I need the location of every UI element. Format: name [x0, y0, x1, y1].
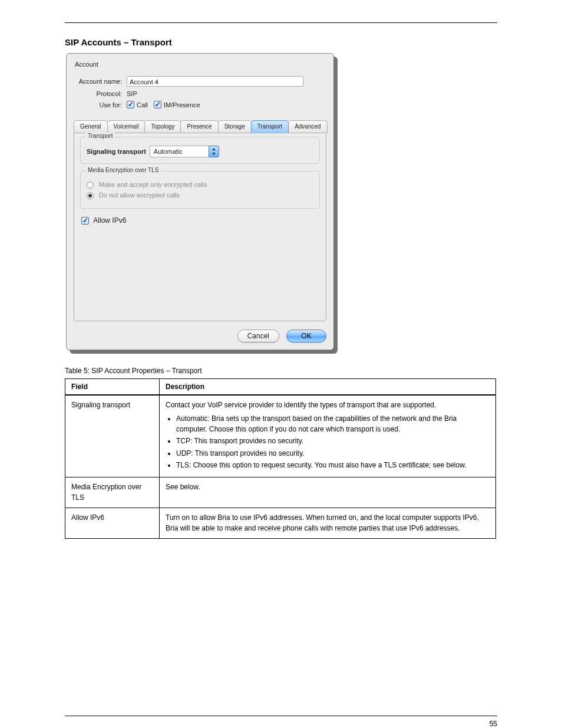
tab-body-transport: Transport Signaling transport Automatic … [74, 133, 326, 321]
account-name-label: Account name: [74, 78, 127, 85]
tab-advanced[interactable]: Advanced [288, 120, 327, 133]
table-header-row: Field Description [65, 379, 496, 396]
tab-transport[interactable]: Transport [251, 120, 289, 133]
protocol-label: Protocol: [74, 90, 127, 97]
list-item: Automatic: Bria sets up the transport ba… [176, 414, 490, 434]
cancel-button[interactable]: Cancel [237, 330, 279, 342]
table-row: Media Encryption over TLS See below. [65, 477, 496, 508]
list-item: UDP: This transport provides no security… [176, 449, 490, 459]
protocol-value: SIP [127, 90, 137, 97]
allow-ipv6-checkbox[interactable] [81, 217, 89, 225]
encrypted-only-radio[interactable] [87, 182, 94, 189]
no-encrypted-radio[interactable] [87, 192, 94, 199]
no-encrypted-label: Do not allow encrypted calls [99, 192, 180, 199]
row-media-desc: See below. [160, 477, 496, 508]
row-signaling-intro: Contact your VoIP service provider to id… [166, 400, 490, 410]
row-ipv6-name: Allow IPv6 [65, 508, 160, 539]
tab-voicemail[interactable]: Voicemail [107, 120, 146, 133]
ok-button[interactable]: OK [286, 330, 326, 342]
th-field: Field [65, 379, 160, 396]
use-for-label: Use for: [74, 101, 127, 108]
row-signaling-desc: Contact your VoIP service provider to id… [160, 395, 496, 477]
page-footer: 55 [65, 716, 497, 728]
encrypted-only-label: Make and accept only encrypted calls [99, 181, 207, 188]
list-item: TCP: This transport provides no security… [176, 436, 490, 446]
list-item: TLS: Choose this option to request secur… [176, 460, 490, 470]
row-ipv6-desc: Turn on to allow Bria to use IPv6 addres… [160, 508, 496, 539]
signaling-transport-label: Signaling transport [87, 148, 146, 155]
tab-general[interactable]: General [74, 120, 108, 133]
signaling-transport-value: Automatic [150, 146, 209, 157]
media-encryption-legend: Media Encryption over TLS [85, 167, 161, 173]
transport-group-legend: Transport [85, 133, 115, 139]
section-heading: SIP Accounts – Transport [65, 37, 562, 47]
field-table: Field Description Signaling transport Co… [65, 378, 496, 539]
signaling-transport-select[interactable]: Automatic [150, 146, 219, 157]
chevron-updown-icon [209, 146, 219, 157]
table-row: Allow IPv6 Turn on to allow Bria to use … [65, 508, 496, 539]
account-name-input[interactable]: Account 4 [127, 76, 303, 87]
tab-bar: General Voicemail Topology Presence Stor… [74, 120, 326, 133]
account-dialog: Account Account name: Account 4 Protocol… [66, 53, 334, 350]
table-caption: Table 5: SIP Account Properties – Transp… [65, 367, 562, 375]
row-signaling-name: Signaling transport [65, 395, 160, 477]
use-for-im-label: IM/Presence [164, 101, 200, 108]
use-for-im-checkbox[interactable] [154, 101, 161, 108]
allow-ipv6-label: Allow IPv6 [93, 216, 126, 225]
transport-group: Transport Signaling transport Automatic [80, 137, 320, 164]
use-for-call-label: Call [137, 101, 148, 108]
table-row: Signaling transport Contact your VoIP se… [65, 395, 496, 477]
tab-topology[interactable]: Topology [144, 120, 181, 133]
use-for-call-checkbox[interactable] [127, 101, 134, 108]
account-header: Account [75, 61, 325, 68]
tab-presence[interactable]: Presence [180, 120, 218, 133]
row-media-name: Media Encryption over TLS [65, 477, 160, 508]
th-description: Description [160, 379, 496, 396]
tab-storage[interactable]: Storage [218, 120, 252, 133]
media-encryption-group: Media Encryption over TLS Make and accep… [80, 171, 320, 209]
